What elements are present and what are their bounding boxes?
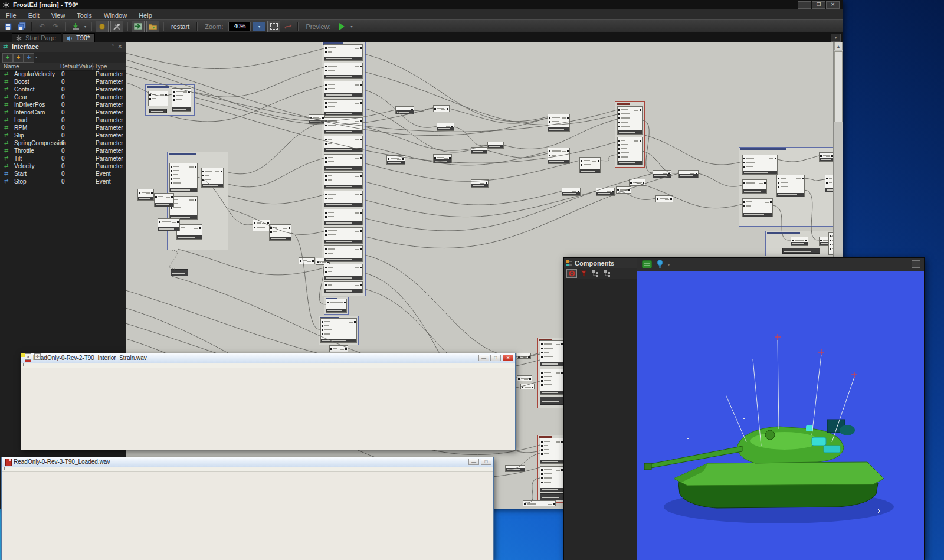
output-pin[interactable] xyxy=(360,84,362,86)
tools-button[interactable] xyxy=(110,21,123,32)
input-pin[interactable] xyxy=(325,198,327,199)
graph-node[interactable] xyxy=(437,123,454,131)
graph-node[interactable] xyxy=(148,91,168,106)
output-pin[interactable] xyxy=(775,158,776,159)
graph-node[interactable] xyxy=(324,81,363,97)
scroll-up-icon[interactable]: ▲ xyxy=(834,42,843,50)
input-pin[interactable] xyxy=(325,51,327,53)
graph-node[interactable] xyxy=(562,188,581,196)
input-pin[interactable] xyxy=(618,148,620,150)
input-pin[interactable] xyxy=(300,260,301,262)
redo-button[interactable]: ↷ xyxy=(50,21,61,32)
graph-node[interactable] xyxy=(819,152,833,162)
preview-play-button[interactable] xyxy=(336,21,348,32)
input-pin[interactable] xyxy=(581,160,582,162)
wave1-close-button[interactable]: ✕ xyxy=(503,355,513,361)
zoom-dropdown-button[interactable]: ▾ xyxy=(253,22,266,31)
input-pin[interactable] xyxy=(325,194,327,195)
input-pin[interactable] xyxy=(171,166,172,168)
input-pin[interactable] xyxy=(541,348,543,349)
input-pin[interactable] xyxy=(618,140,620,142)
input-pin[interactable] xyxy=(173,99,175,101)
input-pin[interactable] xyxy=(325,267,327,268)
input-pin[interactable] xyxy=(618,109,620,111)
input-pin[interactable] xyxy=(618,156,620,158)
viewport-overflow-icon[interactable]: ▾ xyxy=(668,263,670,267)
column-type[interactable]: Type xyxy=(94,63,107,70)
input-pin[interactable] xyxy=(541,380,543,382)
graph-node[interactable] xyxy=(540,438,564,464)
input-pin[interactable] xyxy=(826,182,828,184)
graph-node[interactable] xyxy=(395,106,414,114)
output-pin[interactable] xyxy=(199,227,201,229)
input-pin[interactable] xyxy=(541,482,543,483)
select-mode-button[interactable] xyxy=(566,269,577,278)
input-pin[interactable] xyxy=(325,248,327,250)
scrollbar-thumb[interactable] xyxy=(834,51,843,122)
graph-node[interactable] xyxy=(324,281,363,293)
wave1-title-bar[interactable]: ReadOnly-0-Rev-2-T90_Interior_Strain.wav… xyxy=(21,353,515,363)
input-pin[interactable] xyxy=(171,182,172,184)
input-pin[interactable] xyxy=(522,387,523,388)
add-input-button[interactable]: + xyxy=(24,53,34,63)
speaker-mute-icon[interactable]: ✛ xyxy=(34,353,41,360)
interface-row[interactable]: ⇄InDriverPos0Parameter xyxy=(0,101,126,109)
input-pin[interactable] xyxy=(524,503,526,505)
output-pin[interactable] xyxy=(345,348,347,350)
input-pin[interactable] xyxy=(149,94,151,96)
output-pin[interactable] xyxy=(561,441,563,443)
input-pin[interactable] xyxy=(325,179,327,181)
input-pin[interactable] xyxy=(173,95,175,97)
output-pin[interactable] xyxy=(344,302,346,303)
input-pin[interactable] xyxy=(518,378,520,380)
output-pin[interactable] xyxy=(770,201,772,203)
output-pin[interactable] xyxy=(360,66,362,67)
graph-node[interactable] xyxy=(782,248,820,254)
wave2-title-bar[interactable]: ReadOnly-0-Rev-3-T90_Loaded.wav — □ xyxy=(2,457,493,467)
graph-node[interactable] xyxy=(158,218,180,231)
output-pin[interactable] xyxy=(567,117,569,119)
graph-node[interactable] xyxy=(433,105,450,112)
output-pin[interactable] xyxy=(165,94,167,96)
input-pin[interactable] xyxy=(254,227,255,228)
input-pin[interactable] xyxy=(778,182,779,184)
interface-row[interactable]: ⇄Slip0Parameter xyxy=(0,132,126,139)
input-pin[interactable] xyxy=(630,182,632,184)
graph-node[interactable] xyxy=(433,154,452,163)
output-pin[interactable] xyxy=(449,157,451,159)
graph-node[interactable] xyxy=(540,340,564,366)
zoom-combobox[interactable]: 40% xyxy=(228,22,251,31)
output-pin[interactable] xyxy=(360,248,362,250)
add-parameter-button[interactable]: + xyxy=(2,53,13,63)
graph-node[interactable] xyxy=(776,175,805,197)
input-pin[interactable] xyxy=(159,221,160,223)
input-pin[interactable] xyxy=(325,230,327,232)
graph-node[interactable] xyxy=(617,137,643,165)
graph-node[interactable] xyxy=(540,369,564,395)
input-pin[interactable] xyxy=(171,178,172,180)
output-pin[interactable] xyxy=(360,175,362,177)
output-pin[interactable] xyxy=(289,227,290,229)
output-pin[interactable] xyxy=(640,109,641,111)
input-pin[interactable] xyxy=(743,158,745,159)
input-pin[interactable] xyxy=(541,477,543,479)
wave2-minimize-button[interactable]: — xyxy=(468,459,479,465)
input-pin[interactable] xyxy=(743,201,745,203)
output-pin[interactable] xyxy=(360,102,362,104)
lock-icon[interactable]: a xyxy=(25,353,31,360)
graph-node[interactable] xyxy=(742,198,773,217)
wave2-maximize-button[interactable]: □ xyxy=(481,459,491,465)
input-pin[interactable] xyxy=(171,207,172,209)
input-pin[interactable] xyxy=(743,166,745,168)
interface-row[interactable]: ⇄SpringCompression0Parameter xyxy=(0,139,126,147)
3d-viewport[interactable] xyxy=(637,271,924,560)
input-pin[interactable] xyxy=(541,372,543,374)
output-pin[interactable] xyxy=(764,182,766,184)
output-pin[interactable] xyxy=(221,171,222,172)
input-pin[interactable] xyxy=(155,196,157,198)
output-pin[interactable] xyxy=(360,212,362,214)
interface-column-header[interactable]: Name DefaultValue Type xyxy=(0,63,126,71)
input-pin[interactable] xyxy=(618,117,620,119)
input-pin[interactable] xyxy=(322,329,323,331)
interface-row[interactable]: ⇄RPM0Parameter xyxy=(0,124,126,132)
